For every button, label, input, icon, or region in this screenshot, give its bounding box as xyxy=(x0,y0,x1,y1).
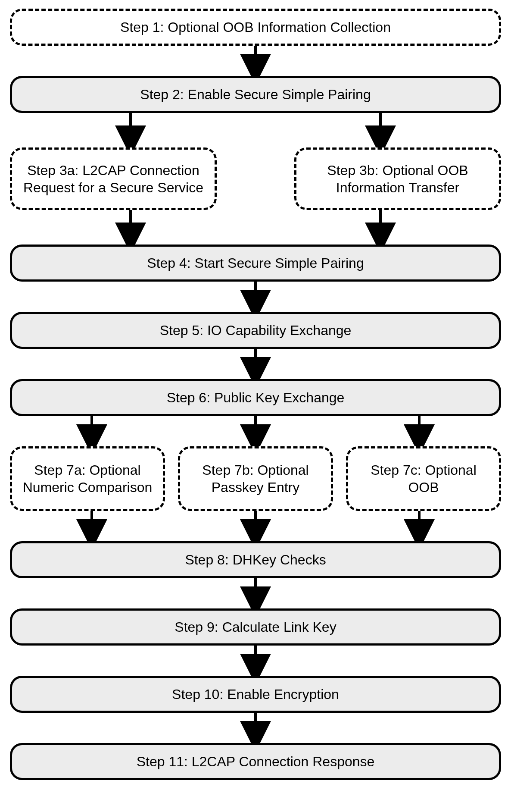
arrow-6-to-7abc xyxy=(10,416,501,446)
step-4: Step 4: Start Secure Simple Pairing xyxy=(10,245,501,282)
step-7c: Step 7c: Optional OOB xyxy=(346,446,501,511)
arrow-7abc-to-8 xyxy=(10,511,501,541)
flowchart: Step 1: Optional OOB Information Collect… xyxy=(9,9,502,780)
arrow-1-to-2 xyxy=(10,46,501,76)
step-1: Step 1: Optional OOB Information Collect… xyxy=(10,9,501,46)
step-5: Step 5: IO Capability Exchange xyxy=(10,312,501,349)
arrow-9-to-10 xyxy=(10,646,501,676)
step-9: Step 9: Calculate Link Key xyxy=(10,608,501,646)
arrow-5-to-6 xyxy=(10,349,501,379)
arrow-2-to-3ab xyxy=(10,113,501,147)
step-3a: Step 3a: L2CAP Connection Request for a … xyxy=(10,147,217,210)
step-10: Step 10: Enable Encryption xyxy=(10,676,501,713)
step-7a: Step 7a: Optional Numeric Comparison xyxy=(10,446,165,511)
step-3-row: Step 3a: L2CAP Connection Request for a … xyxy=(10,147,501,210)
arrow-8-to-9 xyxy=(10,578,501,608)
step-2: Step 2: Enable Secure Simple Pairing xyxy=(10,76,501,113)
step-6: Step 6: Public Key Exchange xyxy=(10,379,501,416)
step-11: Step 11: L2CAP Connection Response xyxy=(10,743,501,780)
step-7b: Step 7b: Optional Passkey Entry xyxy=(178,446,333,511)
step-3b: Step 3b: Optional OOB Information Transf… xyxy=(294,147,501,210)
arrow-10-to-11 xyxy=(10,713,501,743)
step-8: Step 8: DHKey Checks xyxy=(10,541,501,578)
arrow-3ab-to-4 xyxy=(10,210,501,245)
arrow-4-to-5 xyxy=(10,282,501,312)
step-7-row: Step 7a: Optional Numeric Comparison Ste… xyxy=(10,446,501,511)
